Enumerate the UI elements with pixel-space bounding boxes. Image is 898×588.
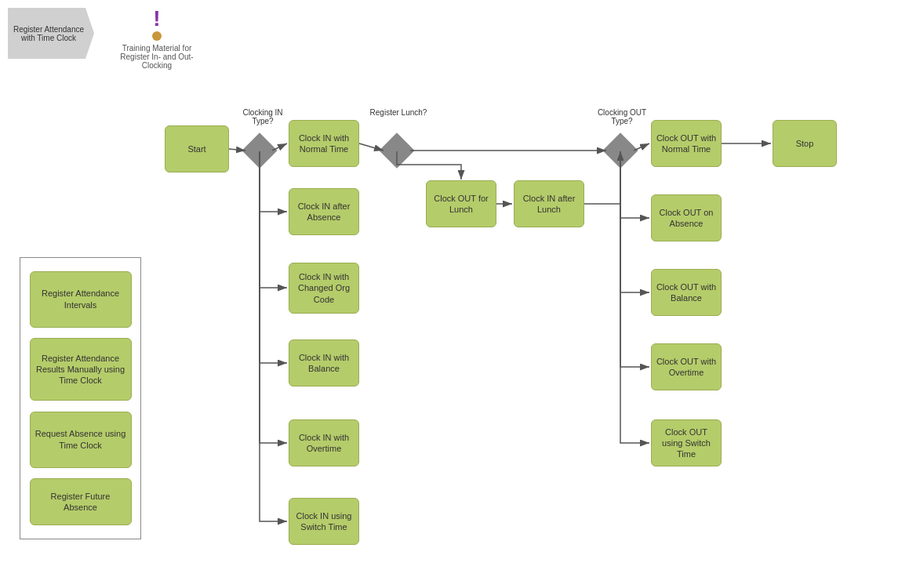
sidebar-register-manually[interactable]: Register Attendance Results Manually usi… [30,338,132,401]
clock-in-overtime[interactable]: Clock IN with Overtime [289,419,359,466]
clock-in-changed-org[interactable]: Clock IN with Changed Org Code [289,263,359,314]
header-title: Register Attendance with Time Clock [13,25,85,42]
clock-out-balance[interactable]: Clock OUT with Balance [651,269,722,316]
sidebar-request-absence[interactable]: Request Absence using Time Clock [30,412,132,468]
clock-in-balance[interactable]: Clock IN with Balance [289,339,359,387]
training-box: ! Training Material for Register In- and… [114,8,200,70]
clock-out-switch[interactable]: Clock OUT using Switch Time [651,419,722,466]
clock-out-normal[interactable]: Clock OUT with Normal Time [651,120,722,167]
clock-in-switch[interactable]: Clock IN using Switch Time [289,498,359,545]
clock-in-normal[interactable]: Clock IN with Normal Time [289,120,359,167]
decision-3-diamond [602,132,638,168]
clock-in-after-lunch[interactable]: Clock IN after Lunch [514,180,584,227]
decision-1-label: Clocking IN Type? [231,108,294,125]
training-label: Training Material for Register In- and O… [114,44,200,70]
start-node[interactable]: Start [165,125,229,172]
sidebar-register-intervals[interactable]: Register Attendance Intervals [30,271,132,328]
clock-out-absence[interactable]: Clock OUT on Absence [651,194,722,241]
exclamation-mark: ! [153,8,160,30]
decision-1-diamond [242,132,277,168]
exclamation-dot [152,31,162,41]
decision-2-diamond [379,132,414,168]
stop-node[interactable]: Stop [773,120,837,167]
header-box: Register Attendance with Time Clock [8,8,94,59]
clock-in-after-absence[interactable]: Clock IN after Absence [289,188,359,235]
decision-3-label: Clocking OUT Type? [591,108,653,125]
sidebar-future-absence[interactable]: Register Future Absence [30,478,132,525]
diagram-container: Register Attendance with Time Clock ! Tr… [0,0,898,588]
decision-2-label: Register Lunch? [367,108,430,117]
clock-out-overtime[interactable]: Clock OUT with Overtime [651,343,722,390]
sidebar-box: Register Attendance Intervals Register A… [20,257,141,539]
clock-out-lunch[interactable]: Clock OUT for Lunch [426,180,496,227]
